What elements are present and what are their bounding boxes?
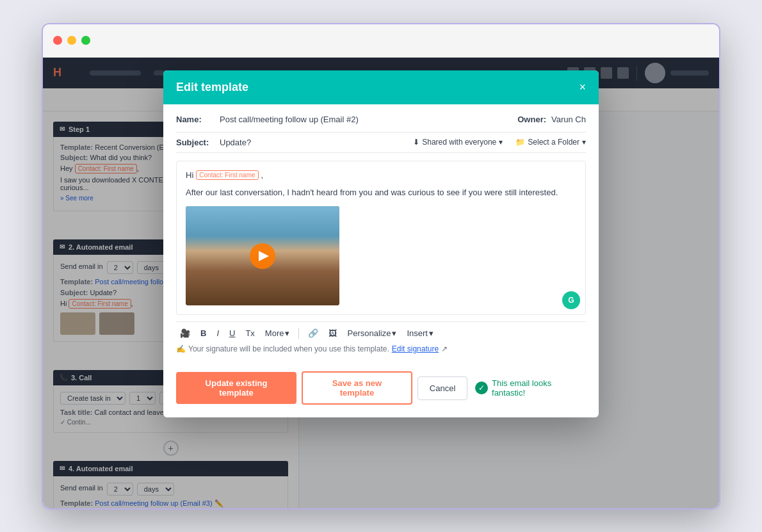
success-text: This email looks fantastic! xyxy=(492,378,586,398)
owner-label: Owner: xyxy=(517,115,546,124)
minimize-traffic-light[interactable] xyxy=(67,36,76,45)
save-new-template-button[interactable]: Save as new template xyxy=(302,371,412,405)
signature-bar: ✍ Your signature will be included when y… xyxy=(176,344,586,353)
greeting-text: Hi xyxy=(186,170,193,180)
email-body-text: After our last conversation, I hadn't he… xyxy=(186,186,576,199)
owner-value: Varun Ch xyxy=(551,115,586,124)
link-btn[interactable]: 🔗 xyxy=(304,326,322,341)
close-traffic-light[interactable] xyxy=(53,36,62,45)
insert-chevron-icon: ▾ xyxy=(429,328,434,338)
browser-window: H Steps Settings xyxy=(42,23,720,510)
shared-chevron-icon: ▾ xyxy=(499,138,503,147)
update-template-button[interactable]: Update existing template xyxy=(176,372,296,404)
modal-title: Edit template xyxy=(176,81,248,94)
shared-dropdown[interactable]: ⬇ Shared with everyone ▾ xyxy=(413,138,503,147)
name-row: Name: Post call/meeting follow up (Email… xyxy=(176,115,586,124)
subject-row: Subject: Update? ⬇ Shared with everyone … xyxy=(176,132,586,153)
video-toolbar-btn[interactable]: 🎥 xyxy=(176,326,194,341)
shared-label: Shared with everyone xyxy=(422,138,496,147)
subject-value: Update? xyxy=(220,138,408,147)
browser-toolbar xyxy=(43,24,719,58)
grammarly-icon: G xyxy=(562,291,580,309)
success-badge: ✓ This email looks fantastic! xyxy=(475,378,586,398)
cancel-button[interactable]: Cancel xyxy=(417,376,467,400)
signature-text: Your signature will be included when you… xyxy=(188,344,389,353)
more-label: More xyxy=(265,328,284,338)
personalize-label: Personalize xyxy=(347,328,391,338)
insert-btn[interactable]: Insert ▾ xyxy=(403,326,437,341)
check-circle-icon: ✓ xyxy=(475,382,488,394)
modal-header: Edit template × xyxy=(163,70,599,104)
name-value: Post call/meeting follow up (Email #2) xyxy=(220,115,512,124)
comma: , xyxy=(261,170,264,180)
contact-token-modal[interactable]: Contact: First name xyxy=(196,170,258,180)
insert-label: Insert xyxy=(407,328,428,338)
email-greeting: Hi Contact: First name , xyxy=(186,170,576,180)
toolbar-separator-1 xyxy=(298,328,299,339)
edit-signature-link[interactable]: Edit signature xyxy=(392,344,439,353)
personalize-chevron-icon: ▾ xyxy=(392,328,396,338)
maximize-traffic-light[interactable] xyxy=(81,36,90,45)
modal-close-button[interactable]: × xyxy=(579,81,586,93)
editor-toolbar: 🎥 B I U Tx More ▾ 🔗 🖼 Personali xyxy=(176,321,586,344)
modal-footer: Update existing template Save as new tem… xyxy=(176,364,586,407)
name-label: Name: xyxy=(176,115,215,124)
share-icon: ⬇ xyxy=(413,138,419,147)
edit-template-modal: Edit template × Name: Post call/meeting … xyxy=(163,70,599,418)
personalize-btn[interactable]: Personalize ▾ xyxy=(343,326,400,341)
modal-body: Name: Post call/meeting follow up (Email… xyxy=(163,104,599,418)
folder-label: Select a Folder xyxy=(528,138,580,147)
folder-chevron-icon: ▾ xyxy=(582,138,586,147)
app-container: H Steps Settings xyxy=(43,58,719,508)
folder-dropdown[interactable]: 📁 Select a Folder ▾ xyxy=(515,138,586,147)
more-btn[interactable]: More ▾ xyxy=(261,326,294,341)
video-image xyxy=(186,206,339,305)
play-triangle-icon xyxy=(259,251,269,261)
modal-overlay: Edit template × Name: Post call/meeting … xyxy=(43,58,719,508)
play-button[interactable] xyxy=(250,243,275,269)
subject-label: Subject: xyxy=(176,138,215,147)
image-btn[interactable]: 🖼 xyxy=(325,326,341,341)
email-body-area[interactable]: Hi Contact: First name , After our last … xyxy=(176,161,586,316)
bold-btn[interactable]: B xyxy=(197,326,210,341)
strikethrough-btn[interactable]: Tx xyxy=(241,326,258,341)
external-link-icon: ↗ xyxy=(441,344,448,353)
more-chevron-icon: ▾ xyxy=(285,328,289,338)
folder-icon: 📁 xyxy=(515,138,525,147)
italic-btn[interactable]: I xyxy=(213,326,223,341)
signature-icon: ✍ xyxy=(176,344,186,353)
video-thumbnail[interactable] xyxy=(186,206,339,305)
underline-btn[interactable]: U xyxy=(225,326,239,341)
